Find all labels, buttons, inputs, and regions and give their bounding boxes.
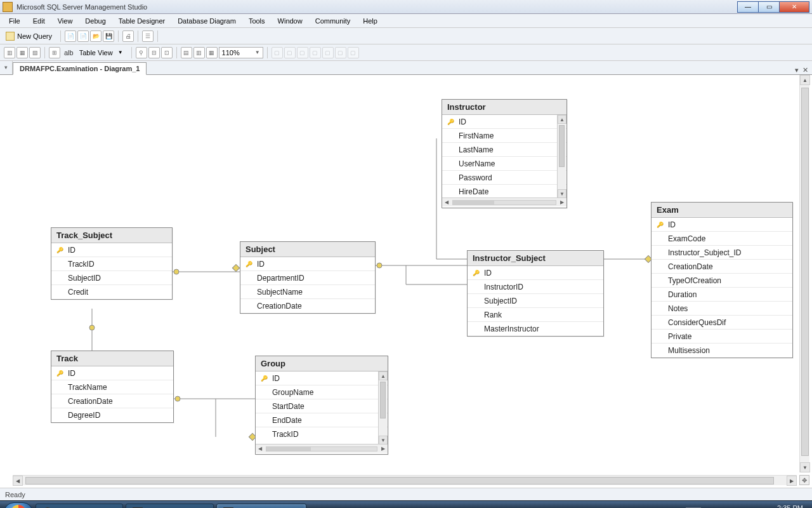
entity-column-row[interactable]: CreationDate bbox=[240, 299, 375, 313]
entity-instructor-subject[interactable]: Instructor_Subject IDInstructorIDSubject… bbox=[467, 250, 604, 337]
menu-view[interactable]: View bbox=[53, 16, 78, 26]
entity-column-row[interactable]: SubjectID bbox=[51, 271, 172, 285]
minimize-button[interactable]: — bbox=[737, 1, 759, 13]
toolbar-icon[interactable]: 📄 bbox=[65, 30, 76, 42]
entity-h-scrollbar[interactable]: ◀▶ bbox=[256, 444, 388, 453]
entity-group[interactable]: Group IDGroupNameStartDateEndDateTrackID… bbox=[255, 356, 388, 455]
taskbar-button-active[interactable]: Microsoft SQL Ser... bbox=[216, 504, 306, 509]
column-name: ID bbox=[484, 269, 492, 277]
entity-column-row[interactable]: InstructorID bbox=[468, 280, 603, 294]
start-button[interactable] bbox=[4, 502, 33, 509]
toolbar-icon[interactable]: ⊡ bbox=[161, 47, 173, 58]
maximize-button[interactable]: ▭ bbox=[758, 1, 780, 13]
entity-column-row[interactable]: Multisession bbox=[652, 344, 792, 358]
entity-column-row[interactable]: ID bbox=[468, 266, 603, 280]
entity-column-row[interactable]: Private bbox=[652, 330, 792, 344]
entity-column-row[interactable]: EndDate bbox=[256, 413, 388, 427]
menu-community[interactable]: Community bbox=[310, 16, 356, 26]
entity-column-row[interactable]: CreationDate bbox=[652, 260, 792, 274]
entity-exam[interactable]: Exam IDExamCodeInstructor_Subject_IDCrea… bbox=[651, 202, 793, 358]
taskbar-button[interactable]: Ask a Question - ... bbox=[36, 504, 123, 509]
entity-v-scrollbar[interactable]: ▲▼ bbox=[378, 371, 387, 444]
entity-column-row[interactable]: Notes bbox=[652, 302, 792, 316]
entity-column-row[interactable]: ID bbox=[51, 243, 172, 257]
toolbar-icon[interactable]: 📄 bbox=[77, 30, 89, 42]
toolbar-icon[interactable]: ▦ bbox=[16, 47, 28, 58]
document-tab[interactable]: DRMAFPC.Examination - Diagram_1 bbox=[13, 62, 147, 75]
close-button[interactable]: ✕ bbox=[779, 1, 809, 13]
entity-column-row[interactable]: Password bbox=[442, 171, 566, 185]
entity-column-row[interactable]: ID bbox=[652, 218, 792, 232]
menu-tools[interactable]: Tools bbox=[244, 16, 270, 26]
entity-column-row[interactable]: CreationDate bbox=[51, 394, 173, 408]
entity-column-row[interactable]: DepartmentID bbox=[240, 271, 375, 285]
menu-debug[interactable]: Debug bbox=[80, 16, 110, 26]
new-query-button[interactable]: New Query bbox=[4, 30, 56, 43]
entity-column-row[interactable]: ID bbox=[442, 115, 566, 129]
window-titlebar: Microsoft SQL Server Management Studio —… bbox=[0, 0, 812, 14]
entity-column-row[interactable]: ID bbox=[256, 371, 388, 385]
tab-close-icon[interactable]: ✕ bbox=[802, 66, 808, 74]
entity-column-row[interactable]: TrackID bbox=[51, 257, 172, 271]
canvas-v-scrollbar[interactable]: ▲▼ bbox=[799, 75, 809, 472]
taskbar-button[interactable]: YTD Video Downl... bbox=[126, 504, 214, 509]
entity-column-row[interactable]: GroupName bbox=[256, 385, 388, 399]
toolbar-icon[interactable]: ▦ bbox=[206, 47, 218, 58]
entity-column-row[interactable]: MasterInstructor bbox=[468, 322, 603, 336]
toolbar-icon[interactable]: ▧ bbox=[29, 47, 41, 58]
toolbar-icon[interactable]: 📂 bbox=[90, 30, 102, 42]
entity-subject[interactable]: Subject IDDepartmentIDSubjectNameCreatio… bbox=[240, 241, 376, 314]
entity-h-scrollbar[interactable]: ◀▶ bbox=[442, 197, 566, 206]
canvas-h-scrollbar[interactable]: ◀▶ bbox=[13, 475, 797, 485]
menu-table-designer[interactable]: Table Designer bbox=[114, 16, 170, 26]
entity-column-row[interactable]: ID bbox=[51, 366, 173, 380]
entity-column-row[interactable]: ExamCode bbox=[652, 232, 792, 246]
entity-column-row[interactable]: UserName bbox=[442, 157, 566, 171]
entity-column-row[interactable]: SubjectID bbox=[468, 294, 603, 308]
menu-help[interactable]: Help bbox=[358, 16, 383, 26]
entity-column-row[interactable]: Duration bbox=[652, 288, 792, 302]
entity-column-row[interactable]: FirstName bbox=[442, 129, 566, 143]
chevron-down-icon: ▼ bbox=[255, 50, 260, 55]
toolbar-icon[interactable]: ▥ bbox=[4, 47, 15, 58]
menu-edit[interactable]: Edit bbox=[28, 16, 50, 26]
tab-dropdown-icon[interactable]: ▾ bbox=[0, 60, 13, 74]
menu-window[interactable]: Window bbox=[273, 16, 308, 26]
column-name: GroupName bbox=[272, 388, 313, 397]
entity-column-row[interactable]: TypeOfCreation bbox=[652, 274, 792, 288]
toolbar-icon[interactable]: ⊞ bbox=[49, 47, 60, 58]
column-name: ID bbox=[257, 260, 265, 269]
entity-column-row[interactable]: ID bbox=[240, 257, 375, 271]
menu-file[interactable]: File bbox=[4, 16, 25, 26]
entity-track-subject[interactable]: Track_Subject IDTrackIDSubjectIDCredit bbox=[51, 227, 173, 300]
entity-column-row[interactable]: Rank bbox=[468, 308, 603, 322]
column-name: EndDate bbox=[272, 416, 302, 425]
entity-column-row[interactable]: Instructor_Subject_ID bbox=[652, 246, 792, 260]
entity-column-row[interactable]: DegreeID bbox=[51, 408, 173, 422]
entity-column-row[interactable]: TrackName bbox=[51, 380, 173, 394]
entity-column-row[interactable]: HireDate bbox=[442, 185, 566, 197]
entity-column-row[interactable]: LastName bbox=[442, 143, 566, 157]
toolbar-icon[interactable]: ▤ bbox=[181, 47, 192, 58]
entity-column-row[interactable]: Credit bbox=[51, 285, 172, 299]
entity-column-row[interactable]: TrackID bbox=[256, 427, 388, 441]
entity-column-row[interactable]: SubjectName bbox=[240, 285, 375, 299]
entity-column-row[interactable]: ConsiderQuesDif bbox=[652, 316, 792, 330]
toolbar-icon[interactable]: ▥ bbox=[193, 47, 205, 58]
entity-column-row[interactable]: StartDate bbox=[256, 399, 388, 413]
toolbar-icon[interactable]: ⚲ bbox=[136, 47, 147, 58]
tab-menu-icon[interactable]: ▾ bbox=[795, 66, 799, 74]
diagram-canvas[interactable]: Track_Subject IDTrackIDSubjectIDCredit S… bbox=[13, 75, 809, 472]
pan-icon[interactable]: ✥ bbox=[799, 475, 809, 485]
toolbar-icon[interactable]: 💾 bbox=[103, 30, 114, 42]
entity-v-scrollbar[interactable]: ▲▼ bbox=[557, 115, 566, 198]
zoom-combobox[interactable]: 110%▼ bbox=[219, 47, 263, 58]
toolbar-icon[interactable]: ⊟ bbox=[148, 47, 160, 58]
taskbar-clock[interactable]: 2:35 PM 10/06/2013 bbox=[768, 504, 803, 508]
menu-database-diagram[interactable]: Database Diagram bbox=[173, 16, 241, 26]
toolbar-icon[interactable]: 🖨 bbox=[122, 30, 134, 42]
entity-track[interactable]: Track IDTrackNameCreationDateDegreeID bbox=[51, 351, 174, 423]
entity-instructor[interactable]: Instructor IDFirstNameLastNameUserNamePa… bbox=[442, 99, 567, 208]
table-view-dropdown[interactable]: Table View▼ bbox=[77, 46, 128, 59]
toolbar-icon[interactable]: ☰ bbox=[142, 30, 154, 42]
